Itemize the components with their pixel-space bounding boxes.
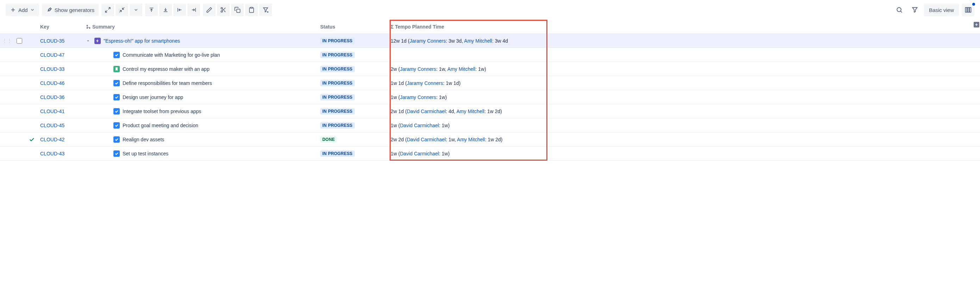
paste-icon (248, 7, 255, 13)
column-header-summary[interactable]: Summary (84, 21, 318, 32)
basic-view-label: Basic view (929, 7, 954, 13)
add-button[interactable]: Add (6, 3, 39, 16)
status-badge[interactable]: IN PROGRESS (320, 108, 355, 115)
table-row[interactable]: CLOUD-43 Set up test instances IN PROGRE… (0, 147, 980, 161)
indent-down-button[interactable] (159, 3, 172, 16)
outdent-left-button[interactable] (173, 3, 186, 16)
add-button-label: Add (18, 7, 28, 13)
expand-collapse-group (102, 3, 142, 16)
drag-handle (0, 151, 13, 156)
issue-key-link[interactable]: CLOUD-43 (40, 151, 64, 156)
drag-handle (0, 52, 13, 58)
status-badge[interactable]: IN PROGRESS (320, 52, 355, 58)
issue-key-link[interactable]: CLOUD-46 (40, 80, 64, 86)
done-indicator (25, 38, 38, 44)
expand-more-button[interactable] (130, 3, 142, 16)
tempo-user-link[interactable]: David Carmichael (407, 108, 445, 114)
tempo-user-link[interactable]: Jaramy Conners (410, 38, 446, 44)
table-row[interactable]: ⋮⋮ CLOUD-35 "Espress-oh!" app for smartp… (0, 34, 980, 48)
issue-summary-link[interactable]: Product goal meeting and decision (123, 123, 198, 128)
columns-button[interactable] (962, 3, 974, 16)
collapse-icon (119, 7, 125, 13)
column-header-status[interactable]: Status (318, 21, 388, 32)
tempo-planned-time: 2w 1d (David Carmichael: 4d, Amy Mitchel… (388, 106, 544, 117)
issue-summary-link[interactable]: Integrate toolset from previous apps (123, 108, 201, 114)
issue-summary-link[interactable]: Set up test instances (123, 151, 169, 156)
done-indicator (25, 134, 38, 145)
toolbar: Add Show generators (0, 0, 980, 20)
tempo-planned-time (388, 52, 544, 58)
table-row[interactable]: CLOUD-46 Define responsibilities for tea… (0, 76, 980, 90)
status-badge[interactable]: IN PROGRESS (320, 122, 355, 129)
tempo-user-time: 1w (442, 123, 448, 128)
tempo-user-link[interactable]: David Carmichael (400, 151, 439, 156)
issue-summary-link[interactable]: Define responsibilities for team members (123, 80, 212, 86)
filter-button[interactable] (908, 3, 921, 16)
expand-all-button[interactable] (102, 3, 114, 16)
tempo-user-link[interactable]: Amy Mitchell (457, 137, 485, 142)
indent-right-button[interactable] (188, 3, 200, 16)
tempo-total: 2w 2d (391, 137, 404, 142)
column-header-tempo[interactable]: Σ Tempo Planned Time (388, 21, 544, 32)
search-button[interactable] (893, 3, 906, 16)
task-type-icon (113, 94, 120, 100)
issue-summary-link[interactable]: Communicate with Marketing for go-live p… (123, 52, 220, 58)
issue-key-link[interactable]: CLOUD-35 (40, 38, 64, 44)
tempo-user-link[interactable]: David Carmichael (400, 123, 439, 128)
table-row[interactable]: CLOUD-33 Control my espresso maker with … (0, 62, 980, 76)
issue-summary-link[interactable]: "Espress-oh!" app for smartphones (103, 38, 180, 44)
svg-rect-2 (237, 9, 240, 13)
table-row[interactable]: CLOUD-41 Integrate toolset from previous… (0, 104, 980, 118)
tempo-user-link[interactable]: Jaramy Conners (400, 66, 436, 72)
status-badge[interactable]: IN PROGRESS (320, 150, 355, 157)
pencil-icon (206, 7, 212, 13)
tempo-user-link[interactable]: David Carmichael (407, 137, 445, 142)
basic-view-button[interactable]: Basic view (924, 3, 959, 16)
add-column-button[interactable] (974, 22, 979, 27)
drag-handle[interactable]: ⋮⋮ (0, 35, 13, 46)
check-icon (29, 136, 35, 143)
issue-summary-link[interactable]: Control my espresso maker with an app (123, 66, 210, 72)
tempo-user-link[interactable]: Jaramy Conners (407, 80, 443, 86)
status-badge[interactable]: IN PROGRESS (320, 80, 355, 86)
table-row[interactable]: CLOUD-42 Realign dev assets DONE 2w 2d (… (0, 132, 980, 147)
filter-clear-icon (262, 7, 269, 13)
row-checkbox[interactable] (17, 38, 22, 44)
expand-toggle[interactable] (84, 38, 92, 43)
done-indicator (25, 108, 38, 114)
clear-filter-button[interactable] (259, 3, 272, 16)
copy-button[interactable] (231, 3, 244, 16)
tempo-user-link[interactable]: Jaramy Conners (400, 94, 436, 100)
select-checkbox-cell (13, 66, 25, 72)
column-header-key[interactable]: Key (38, 21, 84, 32)
collapse-all-button[interactable] (116, 3, 128, 16)
status-badge[interactable]: IN PROGRESS (320, 38, 355, 44)
tempo-user-link[interactable]: Amy Mitchell (447, 66, 475, 72)
table-row[interactable]: CLOUD-36 Design user journey for app IN … (0, 90, 980, 104)
status-badge[interactable]: DONE (320, 136, 337, 143)
issue-key-link[interactable]: CLOUD-45 (40, 123, 64, 128)
edit-button[interactable] (203, 3, 216, 16)
cut-button[interactable] (217, 3, 230, 16)
table-row[interactable]: CLOUD-45 Product goal meeting and decisi… (0, 118, 980, 132)
issue-key-link[interactable]: CLOUD-36 (40, 94, 64, 100)
tempo-user-link[interactable]: Amy Mitchell (464, 38, 492, 44)
show-generators-button[interactable]: Show generators (42, 3, 99, 16)
tempo-user-link[interactable]: Amy Mitchell (457, 108, 484, 114)
tempo-planned-time: 1w (Jaramy Conners: 1w) (388, 92, 544, 103)
issue-key-link[interactable]: CLOUD-47 (40, 52, 64, 58)
issue-key-link[interactable]: CLOUD-42 (40, 137, 64, 142)
status-badge[interactable]: IN PROGRESS (320, 66, 355, 72)
task-type-icon (113, 150, 120, 157)
issue-key-link[interactable]: CLOUD-41 (40, 108, 64, 114)
issue-key-link[interactable]: CLOUD-33 (40, 66, 64, 72)
epic-type-icon (94, 38, 101, 44)
issue-summary-link[interactable]: Realign dev assets (123, 137, 164, 142)
table-row[interactable]: CLOUD-47 Communicate with Marketing for … (0, 48, 980, 62)
outdent-up-button[interactable] (145, 3, 158, 16)
drag-handle (0, 80, 13, 86)
paste-button[interactable] (245, 3, 258, 16)
tempo-total: 1w (391, 151, 397, 156)
status-badge[interactable]: IN PROGRESS (320, 94, 355, 100)
issue-summary-link[interactable]: Design user journey for app (123, 94, 183, 100)
